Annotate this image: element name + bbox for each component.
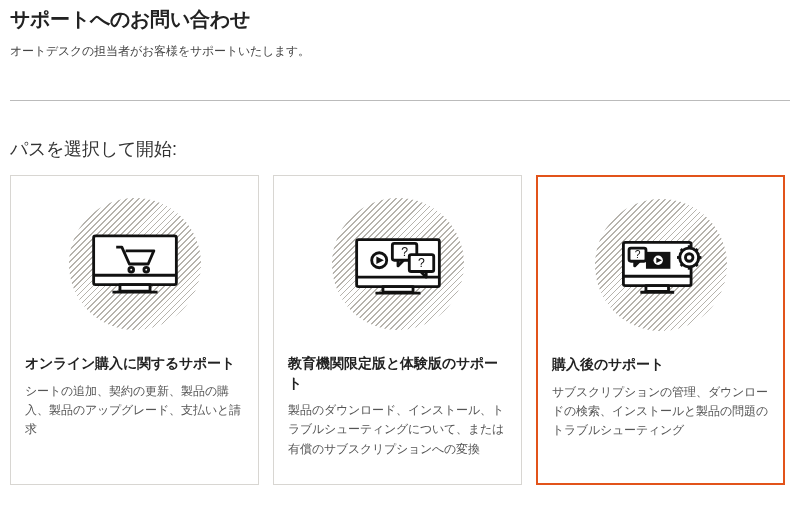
svg-line-34 [695,264,697,266]
card-title: 購入後のサポート [552,355,664,375]
card-desc: シートの追加、契約の更新、製品の購入、製品のアップグレード、支払いと請求 [25,382,244,440]
card-icon-wrap: ? ? [288,198,507,330]
svg-line-32 [695,249,697,251]
card-title: 教育機関限定版と体験版のサポート [288,354,507,393]
help-chat-monitor-icon: ? ? [332,198,464,330]
card-post-purchase[interactable]: ? [536,175,785,485]
svg-line-31 [680,249,682,251]
settings-help-monitor-icon: ? [595,199,727,331]
svg-line-33 [680,264,682,266]
card-desc: 製品のダウンロード、インストール、トラブルシューティングについて、または有償のサ… [288,401,507,459]
page-subtitle: オートデスクの担当者がお客様をサポートいたします。 [10,43,790,60]
card-title: オンライン購入に関するサポート [25,354,235,374]
card-icon-wrap [25,198,244,330]
shopping-cart-monitor-icon [69,198,201,330]
section-heading: パスを選択して開始: [10,137,790,161]
card-online-purchase[interactable]: オンライン購入に関するサポート シートの追加、契約の更新、製品の購入、製品のアッ… [10,175,259,485]
card-education-trial[interactable]: ? ? 教育機関限定版と体験版のサポート 製品のダウンロード、インストール、トラ… [273,175,522,485]
svg-rect-8 [382,287,412,293]
svg-text:?: ? [418,256,425,270]
svg-rect-0 [93,236,176,285]
svg-rect-2 [119,285,149,292]
svg-text:?: ? [634,249,640,260]
svg-rect-18 [645,286,668,292]
card-desc: サブスクリプションの管理、ダウンロードの検索、インストールと製品の問題のトラブル… [552,383,769,441]
card-icon-wrap: ? [552,199,769,331]
card-row: オンライン購入に関するサポート シートの追加、契約の更新、製品の購入、製品のアッ… [10,175,790,485]
divider [10,100,790,101]
page-title: サポートへのお問い合わせ [10,6,790,33]
svg-text:?: ? [401,245,408,259]
